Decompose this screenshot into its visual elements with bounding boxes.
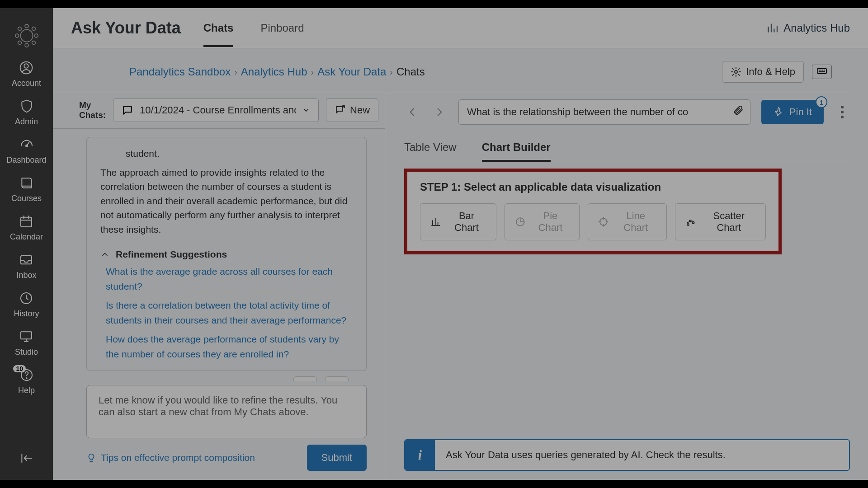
attachment-icon[interactable]: [733, 105, 744, 119]
chevron-right-icon: ›: [390, 67, 393, 77]
tab-chats[interactable]: Chats: [203, 9, 234, 47]
crumb-2[interactable]: Analytics Hub: [241, 66, 307, 78]
chart-option-bar[interactable]: Bar Chart: [420, 203, 496, 240]
svg-point-22: [687, 224, 689, 225]
new-message-icon: [335, 105, 345, 116]
crumb-1[interactable]: Pandalytics Sandbox: [129, 66, 231, 78]
clock-icon: [18, 290, 34, 306]
nav-label: Studio: [15, 347, 38, 357]
response-body: The approach aimed to provide insights r…: [100, 165, 353, 237]
message-icon: [122, 104, 133, 116]
svg-rect-19: [817, 69, 826, 74]
next-question-button[interactable]: [431, 104, 448, 120]
svg-point-4: [34, 34, 38, 38]
info-help-button[interactable]: Info & Help: [722, 61, 804, 83]
more-options-button[interactable]: [835, 102, 850, 122]
chevron-up-icon: [100, 250, 109, 259]
main-nav: Account Admin Dashboard Courses Calendar…: [0, 8, 53, 480]
chart-option-label: Pie Chart: [532, 210, 569, 234]
analytics-hub-label: Analytics Hub: [783, 22, 850, 34]
nav-label: Help: [18, 386, 35, 395]
lightbulb-icon: [86, 453, 96, 463]
nav-label: Calendar: [10, 232, 43, 242]
prompt-placeholder: Let me know if you would like to refine …: [99, 394, 337, 418]
prev-question-button[interactable]: [404, 104, 420, 120]
nav-help[interactable]: 10 Help: [18, 367, 35, 395]
suggestion-2[interactable]: Is there a correlation between the total…: [106, 298, 353, 328]
nav-calendar[interactable]: Calendar: [10, 213, 43, 242]
collapse-nav-button[interactable]: [19, 450, 35, 466]
svg-point-1: [25, 24, 28, 28]
refine-title: Refinement Suggestions: [116, 249, 227, 260]
tab-pinboard[interactable]: Pinboard: [260, 9, 304, 47]
chart-type-options: Bar Chart Pie Chart Line Chart Scat: [420, 203, 766, 240]
new-chat-button[interactable]: New: [326, 99, 378, 122]
gauge-icon: [19, 136, 35, 153]
thumbs-up-button[interactable]: [293, 376, 317, 381]
chart-option-line[interactable]: Line Chart: [588, 203, 667, 240]
svg-point-5: [18, 27, 21, 31]
help-badge: 10: [13, 365, 26, 372]
chat-pane: My Chats: 10/1/2024 - Course Enrollments…: [53, 92, 385, 480]
svg-point-18: [735, 70, 737, 73]
nav-inbox[interactable]: Inbox: [16, 252, 36, 280]
pin-label: Pin It: [789, 106, 812, 118]
pin-icon: [773, 107, 784, 117]
keyboard-icon[interactable]: [812, 65, 832, 79]
thumbs-down-button[interactable]: [325, 376, 349, 381]
svg-point-10: [24, 64, 28, 68]
svg-point-24: [693, 222, 694, 224]
prompt-footer: Tips on effective prompt composition Sub…: [53, 445, 385, 480]
view-tabs: Table View Chart Builder: [404, 141, 850, 162]
result-pane: What is the relationship between the num…: [385, 92, 868, 480]
feedback-row: How did I do?: [86, 371, 367, 381]
chevron-down-icon: [302, 106, 310, 114]
svg-rect-15: [21, 332, 32, 339]
selected-chat-name: 10/1/2024 - Course Enrollments and Stu: [140, 104, 296, 116]
book-icon: [19, 175, 35, 191]
crumb-4: Chats: [396, 66, 425, 78]
nav-account[interactable]: Account: [12, 60, 41, 88]
nav-dashboard[interactable]: Dashboard: [6, 136, 46, 165]
analytics-hub-link[interactable]: Analytics Hub: [766, 22, 850, 34]
nav-history[interactable]: History: [14, 290, 39, 319]
tips-link[interactable]: Tips on effective prompt composition: [86, 452, 255, 463]
chart-option-pie[interactable]: Pie Chart: [505, 203, 580, 240]
chat-toolbar: My Chats: 10/1/2024 - Course Enrollments…: [53, 92, 385, 129]
nav-label: Courses: [11, 194, 42, 203]
chart-option-label: Line Chart: [615, 210, 656, 234]
svg-point-2: [25, 43, 28, 47]
chat-scroll[interactable]: student. The approach aimed to provide i…: [53, 129, 385, 381]
app-title: Ask Your Data: [71, 19, 181, 38]
refine-header[interactable]: Refinement Suggestions: [100, 249, 353, 260]
svg-point-3: [15, 34, 19, 38]
nav-label: Account: [12, 79, 41, 88]
suggestion-3[interactable]: How does the average performance of stud…: [106, 332, 353, 361]
nav-studio[interactable]: Studio: [15, 328, 38, 357]
chat-selector[interactable]: 10/1/2024 - Course Enrollments and Stu: [113, 99, 319, 122]
tab-chart-builder[interactable]: Chart Builder: [482, 141, 551, 162]
crumb-3[interactable]: Ask Your Data: [317, 66, 386, 78]
info-help-label: Info & Help: [746, 66, 795, 78]
result-toolbar: What is the relationship between the num…: [404, 99, 850, 125]
pie-chart-icon: [515, 216, 525, 228]
question-text: What is the relationship between the num…: [467, 106, 688, 117]
tab-table-view[interactable]: Table View: [404, 141, 457, 162]
tips-label: Tips on effective prompt composition: [101, 452, 255, 463]
nav-admin[interactable]: Admin: [15, 98, 38, 127]
monitor-icon: [18, 328, 34, 345]
collapse-icon: [19, 450, 35, 466]
prompt-input[interactable]: Let me know if you would like to refine …: [86, 385, 367, 438]
chart-option-scatter[interactable]: Scatter Chart: [675, 203, 766, 240]
nav-courses[interactable]: Courses: [11, 175, 42, 203]
suggestion-1[interactable]: What is the average grade across all cou…: [106, 264, 353, 294]
question-input[interactable]: What is the relationship between the num…: [458, 99, 750, 125]
svg-rect-12: [21, 217, 32, 227]
submit-button[interactable]: Submit: [307, 445, 367, 471]
step1-title: STEP 1: Select an applicable data visual…: [420, 181, 766, 193]
svg-point-7: [18, 41, 21, 45]
chevron-right-icon: ›: [311, 67, 314, 77]
nav-label: Admin: [15, 117, 38, 127]
step1-panel: STEP 1: Select an applicable data visual…: [404, 169, 782, 254]
pin-button[interactable]: Pin It 1: [761, 100, 824, 124]
